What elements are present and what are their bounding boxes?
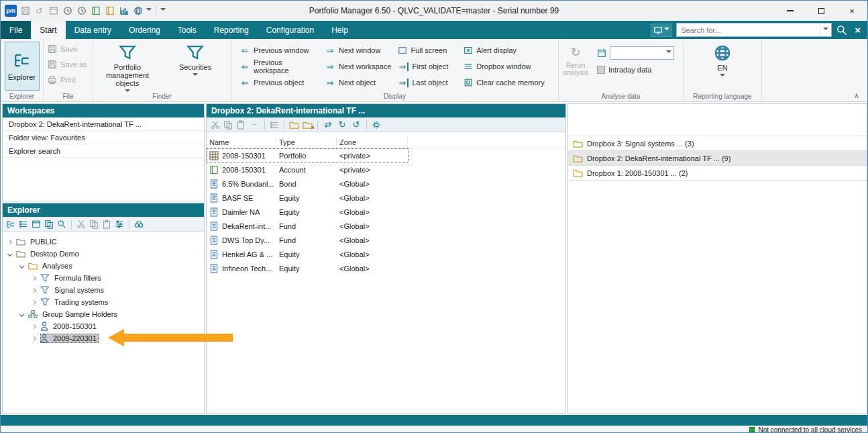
collapse-ribbon-button[interactable]: ∧ — [854, 91, 859, 100]
minimize-button[interactable] — [775, 1, 806, 21]
convert-icon[interactable]: ⇄ — [323, 120, 333, 129]
full-screen-button[interactable]: Full screen — [395, 42, 461, 58]
expander-icon[interactable] — [19, 263, 24, 268]
table-row[interactable]: DekaRent-int... Fund <Global> — [207, 219, 409, 233]
portfolio-management-objects-button[interactable]: Portfolio management objects — [95, 41, 160, 91]
previous-object-button[interactable]: ⇐Previous object — [237, 75, 322, 91]
dropdown-caret-icon[interactable] — [146, 8, 152, 13]
analysis-chart-icon[interactable] — [118, 5, 129, 17]
paste-icon[interactable] — [236, 120, 246, 130]
table-row[interactable]: Henkel AG & ... Equity <Global> — [207, 247, 409, 261]
search-icon[interactable] — [57, 220, 66, 229]
expander-icon[interactable] — [32, 299, 36, 304]
dropbox-item[interactable]: Dropbox 3: Signal systems ... (3) — [568, 136, 867, 151]
expander-icon[interactable] — [32, 336, 36, 340]
tree-view-icon[interactable] — [6, 220, 15, 229]
tree-item-public[interactable]: PUBLIC — [3, 236, 204, 248]
alarm-add-icon[interactable] — [76, 5, 87, 17]
tree-item-desktop-demo[interactable]: Desktop Demo — [3, 248, 204, 260]
refresh-all-icon[interactable]: ↺ — [351, 120, 362, 129]
tab-file[interactable]: File — [1, 21, 31, 39]
tab-reporting[interactable]: Reporting — [205, 21, 258, 39]
first-object-button[interactable]: ⇒First object — [395, 58, 461, 75]
refresh-icon[interactable]: ↻ — [337, 120, 347, 129]
analysis-date-combobox[interactable] — [610, 46, 674, 60]
previous-workspace-button[interactable]: ⇐Previous workspace — [237, 58, 322, 75]
securities-button[interactable]: Securities — [162, 41, 228, 91]
close-button[interactable]: × — [836, 1, 867, 21]
column-header-name[interactable]: Name — [207, 136, 276, 148]
rerun-analysis-button[interactable]: ↻ Rerun analysis — [560, 41, 591, 91]
alarm-icon[interactable] — [62, 5, 73, 17]
save-as-button[interactable]: Save as — [45, 56, 91, 72]
dropbox-item[interactable]: Dropbox 1: 2008-150301 ... (2) — [568, 166, 867, 181]
tab-start[interactable]: Start — [31, 21, 65, 39]
filter-options-icon[interactable] — [115, 220, 124, 229]
alert-display-button[interactable]: Alert display — [461, 42, 553, 58]
expander-icon[interactable] — [7, 239, 12, 244]
tree-item-group-sample-holders[interactable]: Group Sample Holders — [3, 308, 204, 320]
display-options-button[interactable] — [651, 23, 672, 37]
intraday-data-checkbox[interactable] — [597, 66, 605, 74]
column-header-zone[interactable]: Zone — [337, 136, 408, 148]
next-window-button[interactable]: ⇒Next window — [322, 42, 395, 58]
tab-data-entry[interactable]: Data entry — [66, 21, 120, 39]
close-search-button[interactable]: × — [852, 24, 863, 36]
print-button[interactable]: Print — [45, 72, 91, 87]
copy-icon[interactable] — [89, 220, 99, 229]
expander-icon[interactable] — [32, 324, 36, 328]
table-row[interactable]: BASF SE Equity <Global> — [207, 191, 409, 205]
workspace-item-folder-view[interactable]: Folder view: Favourites — [3, 131, 204, 144]
table-row[interactable]: Daimler NA Equity <Global> — [207, 205, 409, 219]
search-combobox[interactable] — [676, 23, 832, 37]
dropbox-item[interactable]: Dropbox 2: DekaRent-international TF ...… — [568, 151, 867, 166]
dropbox-window-button[interactable]: Dropbox window — [461, 58, 553, 75]
list-view-icon[interactable] — [19, 220, 28, 229]
column-header-type[interactable]: Type — [276, 136, 337, 148]
maximize-button[interactable] — [806, 1, 836, 21]
last-object-button[interactable]: ⇒Last object — [395, 75, 461, 91]
cut-icon[interactable] — [211, 120, 220, 130]
expander-icon[interactable] — [19, 311, 24, 316]
table-row[interactable]: 2008-150301 Portfolio <private> — [207, 148, 409, 162]
expander-icon[interactable] — [7, 251, 12, 256]
next-workspace-button[interactable]: ⇒Next workspace — [322, 58, 395, 75]
cut-icon[interactable] — [76, 220, 86, 229]
table-row[interactable]: DWS Top Dy... Fund <Global> — [207, 233, 409, 247]
quick-access-customize-caret-icon[interactable] — [160, 8, 166, 13]
table-row[interactable]: Infineon Tech... Equity <Global> — [207, 261, 409, 275]
tab-tools[interactable]: Tools — [169, 21, 205, 39]
previous-window-button[interactable]: ⇐Previous window — [237, 42, 322, 58]
table-row[interactable]: 6,5% Bundanl... Bond <Global> — [207, 177, 409, 191]
save-button[interactable]: Save — [45, 41, 91, 56]
new-object-icon[interactable] — [44, 220, 54, 229]
save-icon[interactable] — [19, 5, 31, 17]
notebook-edit-icon[interactable] — [104, 5, 115, 17]
copy-icon[interactable] — [223, 120, 233, 130]
expander-icon[interactable] — [32, 275, 36, 280]
reporting-language-button[interactable]: EN — [685, 41, 760, 79]
next-object-button[interactable]: ⇒Next object — [322, 75, 395, 91]
tab-help[interactable]: Help — [323, 21, 357, 39]
paste-icon[interactable] — [102, 220, 111, 229]
tree-item-formula-filters[interactable]: Formula filters — [3, 272, 204, 284]
delete-folder-icon[interactable]: × — [303, 121, 313, 129]
globe-icon[interactable] — [132, 5, 144, 17]
settings-gear-icon[interactable] — [372, 120, 381, 130]
tile-view-icon[interactable] — [32, 220, 41, 229]
tab-configuration[interactable]: Configuration — [258, 21, 323, 39]
workspace-item-dropbox2[interactable]: Dropbox 2: DekaRent-international TF ... — [3, 117, 204, 131]
search-button[interactable] — [836, 24, 848, 36]
window-pane-icon[interactable] — [48, 5, 59, 17]
undo-icon[interactable]: ↺ — [34, 5, 45, 17]
remove-icon[interactable]: − — [249, 120, 260, 129]
tree-item-signal-systems[interactable]: Signal systems — [3, 284, 204, 296]
binoculars-icon[interactable] — [134, 220, 144, 229]
notebook-icon[interactable] — [90, 5, 101, 17]
tree-item-analyses[interactable]: Analyses — [3, 260, 204, 272]
columns-icon[interactable] — [270, 120, 279, 130]
clear-cache-memory-button[interactable]: Clear cache memory — [461, 75, 553, 91]
tree-item-trading-systems[interactable]: Trading systems — [3, 296, 204, 308]
workspace-item-explorer-search[interactable]: Explorer search — [3, 144, 204, 158]
new-folder-icon[interactable] — [289, 121, 299, 129]
